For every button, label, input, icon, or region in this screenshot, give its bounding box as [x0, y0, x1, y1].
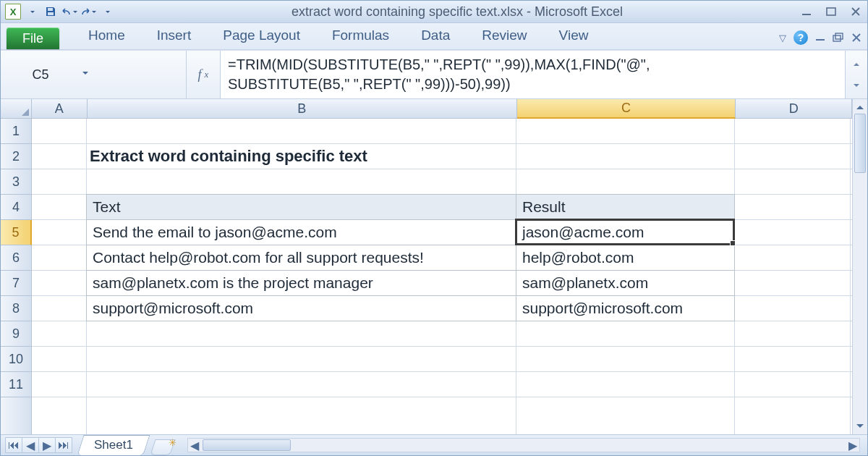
row-header-1[interactable]: 1: [1, 119, 31, 144]
sheet-tabs: Sheet1: [80, 435, 173, 455]
status-bar: ⏮ ◀ ▶ ⏭ Sheet1 ◀ ▶: [1, 434, 867, 455]
svg-rect-6: [835, 33, 843, 39]
column-header-A[interactable]: A: [32, 99, 88, 118]
column-headers: ABCD: [1, 99, 852, 119]
row-header-2[interactable]: 2: [1, 144, 31, 169]
tab-review[interactable]: Review: [466, 25, 542, 49]
next-sheet-icon[interactable]: ▶: [38, 437, 56, 453]
column-header-C[interactable]: C: [517, 99, 736, 119]
quick-access-toolbar: [5, 4, 115, 20]
row-header-3[interactable]: 3: [1, 169, 31, 195]
close-icon[interactable]: [848, 6, 863, 17]
svg-rect-5: [833, 35, 841, 41]
row-header-5[interactable]: 5: [1, 220, 32, 245]
data-table: TextResultSend the email to jason@acme.c…: [86, 194, 735, 321]
row-headers: 1234567891011: [1, 119, 32, 434]
sheet-nav: ⏮ ◀ ▶ ⏭: [1, 437, 72, 453]
prev-sheet-icon[interactable]: ◀: [22, 437, 39, 453]
name-box-dropdown[interactable]: [80, 69, 90, 80]
tab-formulas[interactable]: Formulas: [316, 25, 405, 49]
vertical-scrollbar[interactable]: [852, 99, 867, 434]
formula-scroll-down-icon[interactable]: [846, 75, 867, 98]
select-all-corner[interactable]: [1, 99, 32, 118]
sheet-tab-sheet1[interactable]: Sheet1: [77, 435, 150, 455]
table-cell: Send the email to jason@acme.com: [87, 220, 516, 245]
qat-more-dropdown[interactable]: [99, 4, 115, 20]
name-box-input[interactable]: [7, 67, 75, 83]
column-header-D[interactable]: D: [736, 99, 852, 118]
scroll-right-icon[interactable]: ▶: [846, 439, 859, 452]
undo-icon[interactable]: [61, 4, 77, 20]
last-sheet-icon[interactable]: ⏭: [55, 437, 72, 453]
maximize-icon[interactable]: [824, 6, 838, 17]
horizontal-scrollbar[interactable]: ◀ ▶: [187, 438, 860, 452]
formula-input[interactable]: =TRIM(MID(SUBSTITUTE(B5," ",REPT(" ",99)…: [221, 51, 845, 98]
excel-window: extract word containing specific text.xl…: [0, 0, 868, 456]
workbook-minimize-icon[interactable]: [815, 33, 825, 42]
table-row: Contact help@robot.com for all support r…: [87, 245, 735, 271]
cells-grid[interactable]: Extract word containing specific textTex…: [32, 119, 852, 434]
name-box: [1, 51, 187, 98]
workbook-close-icon[interactable]: [851, 33, 861, 43]
svg-rect-0: [48, 8, 53, 11]
qat-customize-dropdown[interactable]: [24, 4, 40, 20]
row-header-9[interactable]: 9: [1, 321, 31, 347]
excel-icon[interactable]: [5, 4, 21, 20]
row-header-4[interactable]: 4: [1, 195, 31, 220]
tab-insert[interactable]: Insert: [141, 25, 208, 49]
table-header: Result: [516, 195, 735, 220]
tab-view[interactable]: View: [543, 25, 605, 49]
row-header-8[interactable]: 8: [1, 296, 31, 321]
table-cell: support@microsoft.com: [516, 296, 735, 321]
svg-rect-4: [816, 39, 825, 41]
scroll-up-icon[interactable]: [853, 99, 867, 112]
window-controls: [799, 6, 863, 17]
first-sheet-icon[interactable]: ⏮: [5, 437, 22, 453]
horizontal-scroll-thumb[interactable]: [203, 439, 291, 451]
scroll-down-icon[interactable]: [853, 421, 867, 434]
table-header: Text: [87, 195, 516, 220]
ribbon-minimize-icon[interactable]: ▽: [779, 33, 786, 43]
tab-page-layout[interactable]: Page Layout: [207, 25, 316, 49]
tab-home[interactable]: Home: [72, 25, 141, 49]
workbook-restore-icon[interactable]: [833, 33, 844, 43]
tab-data[interactable]: Data: [405, 25, 466, 49]
svg-rect-1: [48, 12, 54, 15]
scroll-left-icon[interactable]: ◀: [188, 439, 201, 452]
save-icon[interactable]: [43, 4, 59, 20]
row-header-7[interactable]: 7: [1, 271, 31, 296]
title-bar: extract word containing specific text.xl…: [1, 1, 867, 23]
table-cell: Contact help@robot.com for all support r…: [87, 245, 516, 271]
window-title: extract word containing specific text.xl…: [121, 4, 793, 20]
help-icon[interactable]: ?: [793, 30, 808, 45]
cancel-formula-icon[interactable]: [177, 68, 180, 81]
formula-bar: fx =TRIM(MID(SUBSTITUTE(B5," ",REPT(" ",…: [1, 50, 867, 99]
table-cell: sam@planetx.com: [516, 271, 735, 296]
file-tab[interactable]: File: [7, 28, 59, 49]
table-row: sam@planetx.com is the project managersa…: [87, 271, 735, 296]
table-cell: jason@acme.com: [516, 220, 735, 245]
formula-bar-expand: [845, 51, 867, 98]
formula-scroll-up-icon[interactable]: [846, 51, 867, 75]
table-cell: support@microsoft.com: [87, 296, 516, 321]
ribbon-tabs: File Home Insert Page Layout Formulas Da…: [1, 23, 867, 50]
insert-function-icon[interactable]: fx: [187, 51, 221, 98]
table-cell: help@robot.com: [516, 245, 735, 271]
worksheet-heading: Extract word containing specific text: [90, 147, 367, 166]
table-row: support@microsoft.comsupport@microsoft.c…: [87, 296, 735, 321]
minimize-icon[interactable]: [799, 6, 814, 17]
worksheet-area: ABCD 1234567891011 Extract word containi…: [1, 99, 867, 434]
table-cell: sam@planetx.com is the project manager: [87, 271, 516, 296]
column-header-B[interactable]: B: [88, 99, 517, 118]
table-row: Send the email to jason@acme.comjason@ac…: [87, 220, 735, 245]
sheet-tab-label: Sheet1: [94, 438, 133, 452]
row-header-11[interactable]: 11: [1, 372, 31, 397]
svg-rect-2: [802, 14, 811, 15]
new-sheet-icon[interactable]: [150, 439, 175, 455]
vertical-scroll-thumb[interactable]: [854, 114, 866, 173]
svg-rect-3: [827, 8, 835, 15]
row-header-6[interactable]: 6: [1, 245, 31, 271]
row-header-10[interactable]: 10: [1, 347, 31, 372]
redo-icon[interactable]: [80, 4, 96, 20]
